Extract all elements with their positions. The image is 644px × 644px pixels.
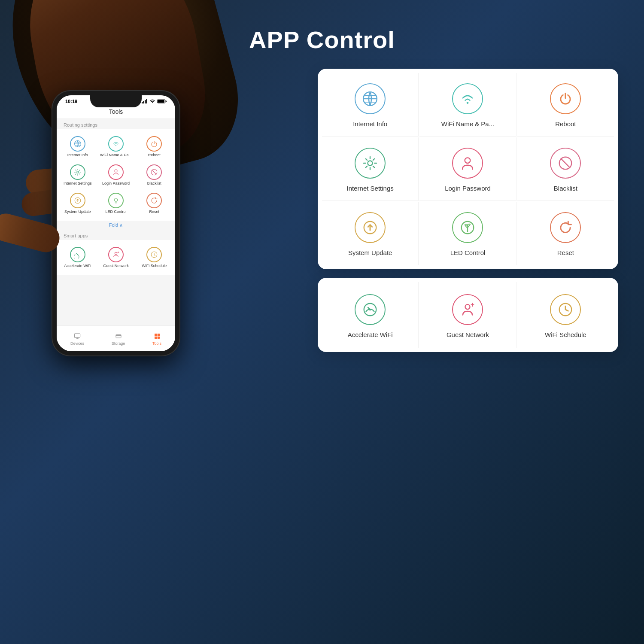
reset-feature-icon — [557, 219, 574, 236]
user-feature-icon — [459, 155, 476, 171]
feature-login-password[interactable]: Login Password — [419, 137, 516, 201]
smart-guest-network[interactable]: Guest Network — [419, 282, 516, 348]
phone-time: 10:19 — [65, 99, 77, 104]
svg-rect-22 — [155, 336, 157, 338]
feature-system-update[interactable]: System Update — [322, 202, 419, 265]
svg-rect-5 — [158, 100, 164, 103]
gear-icon — [74, 168, 82, 176]
guest-network-icon — [452, 294, 483, 325]
phone-item-wifi-schedule[interactable]: WiFi Schedule — [135, 243, 173, 272]
phone-item-label: Guest Network — [103, 264, 129, 268]
feature-blacklist[interactable]: Blacklist — [517, 137, 614, 201]
wifi-feature-icon — [459, 91, 476, 107]
blacklist-phone-icon — [146, 164, 162, 180]
smart-grid: Accelerate WiFi Guest Network — [322, 282, 614, 348]
smart-apps-card: Accelerate WiFi Guest Network — [318, 278, 618, 352]
phone-item-login-password[interactable]: Login Password — [97, 161, 135, 189]
svg-rect-6 — [166, 101, 167, 102]
feature-label: Accelerate WiFi — [348, 331, 393, 338]
svg-point-9 — [76, 171, 79, 173]
feature-reboot[interactable]: Reboot — [517, 73, 614, 137]
feature-label: Reset — [557, 249, 574, 256]
phone-item-wifi-name[interactable]: WiFi Name & Pa... — [97, 133, 135, 161]
led-phone-icon — [108, 193, 124, 208]
feature-label: Login Password — [445, 185, 491, 192]
phone-item-accelerate-wifi[interactable]: Accelerate WiFi — [58, 243, 97, 272]
block-icon — [150, 168, 158, 176]
phone-item-blacklist[interactable]: Blacklist — [135, 161, 173, 189]
schedule-feature-icon — [557, 301, 574, 318]
phone-item-internet-info[interactable]: Internet Info — [58, 133, 97, 161]
guest-feature-icon — [459, 301, 476, 318]
system-update-icon — [355, 212, 386, 243]
nav-storage-label: Storage — [112, 341, 125, 346]
svg-rect-21 — [157, 334, 159, 336]
wifi-status-icon — [149, 99, 155, 103]
login-password-icon — [452, 148, 483, 179]
svg-point-10 — [115, 170, 117, 172]
smart-accelerate-wifi[interactable]: Accelerate WiFi — [322, 282, 419, 348]
upload-feature-icon — [362, 219, 378, 236]
phone-smart-grid: Accelerate WiFi Guest Network — [57, 240, 175, 275]
update-phone-icon — [70, 193, 85, 208]
wifi-name-icon — [452, 83, 483, 114]
svg-point-14 — [114, 198, 118, 201]
clock-icon — [150, 251, 158, 258]
reboot-phone-icon — [146, 136, 162, 152]
tools-nav-icon — [153, 332, 161, 340]
svg-line-12 — [152, 170, 157, 175]
speedometer-icon — [362, 301, 378, 318]
feature-reset[interactable]: Reset — [517, 202, 614, 265]
phone-smart-section: Smart apps — [57, 230, 175, 240]
feature-wifi-name[interactable]: WiFi Name & Pa... — [419, 73, 516, 137]
nav-tools[interactable]: Tools — [152, 332, 161, 346]
feature-label: LED Control — [450, 249, 486, 256]
feature-internet-settings[interactable]: Internet Settings — [322, 137, 419, 201]
phone-item-internet-settings[interactable]: Internet Settings — [58, 161, 97, 189]
nav-devices[interactable]: Devices — [70, 332, 84, 346]
phone-fold-button[interactable]: Fold ∧ — [57, 221, 175, 230]
phone-item-label: Login Password — [102, 181, 130, 186]
feature-label: System Update — [348, 249, 392, 256]
feature-label: WiFi Name & Pa... — [441, 120, 494, 128]
user-lock-icon — [112, 168, 120, 176]
phone-item-label: Reboot — [148, 153, 161, 158]
globe-icon — [74, 140, 82, 148]
wifi-schedule-icon — [550, 294, 581, 325]
smart-wifi-schedule[interactable]: WiFi Schedule — [517, 282, 614, 348]
features-panel: Internet Info WiFi Name & Pa... — [318, 69, 618, 352]
phone-item-reboot[interactable]: Reboot — [135, 133, 173, 161]
internet-info-phone-icon — [70, 136, 85, 152]
phone-item-label: Reset — [149, 210, 160, 214]
reset-icon — [550, 212, 581, 243]
svg-point-32 — [369, 309, 371, 311]
phone-item-label: WiFi Schedule — [142, 264, 167, 268]
phone-notch — [90, 95, 142, 107]
feature-label: Internet Info — [353, 120, 387, 128]
content-area: 10:19 — [0, 69, 644, 644]
phone-item-label: WiFi Name & Pa... — [100, 153, 132, 158]
power-feature-icon — [557, 91, 574, 107]
phone-routing-grid: Internet Info WiFi Name & Pa... — [57, 129, 175, 221]
nav-storage[interactable]: Storage — [112, 332, 125, 346]
devices-nav-icon — [73, 332, 82, 340]
phone-item-guest-network[interactable]: Guest Network — [97, 243, 135, 272]
phone-header-title: Tools — [109, 108, 123, 115]
routing-grid: Internet Info WiFi Name & Pa... — [322, 73, 614, 265]
svg-point-25 — [467, 102, 469, 104]
globe-feature-icon — [362, 91, 378, 107]
feature-internet-info[interactable]: Internet Info — [322, 73, 419, 137]
led-control-icon — [452, 212, 483, 243]
phone-app-header: Tools — [57, 106, 175, 119]
battery-status-icon — [157, 99, 167, 103]
feature-led-control[interactable]: LED Control — [419, 202, 516, 265]
internet-info-icon — [355, 83, 386, 114]
svg-point-16 — [115, 252, 117, 255]
phone-item-system-update[interactable]: System Update — [58, 189, 97, 218]
feature-label: Guest Network — [447, 331, 489, 338]
phone-frame: 10:19 — [52, 90, 180, 356]
phone-item-reset[interactable]: Reset — [135, 189, 173, 218]
phone-item-led-control[interactable]: LED Control — [97, 189, 135, 218]
routing-settings-card: Internet Info WiFi Name & Pa... — [318, 69, 618, 269]
phone-item-label: Accelerate WiFi — [64, 264, 91, 268]
